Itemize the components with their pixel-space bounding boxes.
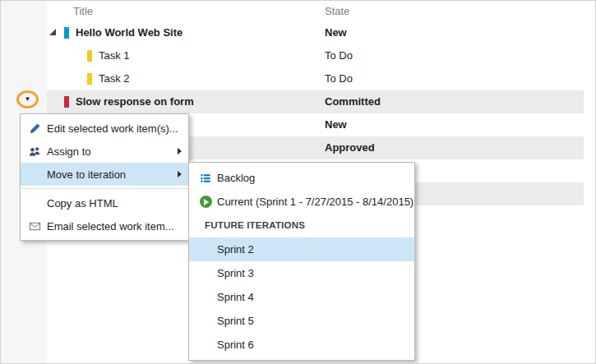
- workitem-type-color-bar: [64, 27, 69, 39]
- menu-item-assign-to[interactable]: Assign to: [21, 140, 188, 163]
- submenu-item-backlog[interactable]: Backlog: [189, 166, 414, 190]
- menu-item-label: Edit selected work item(s)...: [47, 122, 178, 135]
- flyout-arrow-icon: [178, 148, 182, 154]
- backlog-screen: Title State Hello World Web Site New Tas…: [0, 0, 596, 364]
- menu-item-email[interactable]: Email selected work item...: [21, 214, 188, 237]
- iteration-submenu: Backlog Current (Sprint 1 - 7/27/2015 - …: [188, 162, 415, 361]
- menu-item-move-to-iteration[interactable]: Move to iteration: [21, 163, 188, 186]
- submenu-item-label: Backlog: [217, 172, 255, 184]
- workitem-state: Approved: [325, 136, 375, 159]
- workitem-title: Hello World Web Site: [76, 21, 182, 44]
- table-row[interactable]: Task 1 To Do: [47, 44, 584, 67]
- workitem-state: New: [325, 113, 347, 136]
- caret-down-icon: ▼: [25, 96, 31, 103]
- workitem-type-color-bar: [87, 50, 92, 62]
- menu-item-copy-as-html[interactable]: Copy as HTML: [21, 191, 188, 214]
- submenu-item-label: Sprint 5: [217, 315, 254, 327]
- submenu-item-label: Current (Sprint 1 - 7/27/2015 - 8/14/201…: [217, 196, 414, 208]
- menu-item-label: Copy as HTML: [47, 197, 118, 210]
- column-header-state[interactable]: State: [325, 1, 349, 21]
- email-icon: [27, 220, 42, 233]
- table-row[interactable]: Hello World Web Site New: [47, 21, 584, 44]
- submenu-item-sprint-3[interactable]: Sprint 3: [189, 261, 414, 285]
- table-row[interactable]: Task 2 To Do: [47, 67, 584, 90]
- menu-item-edit[interactable]: Edit selected work item(s)...: [21, 117, 188, 140]
- workitem-title: Task 1: [99, 44, 130, 67]
- callout-ellipse: ▼: [16, 90, 39, 108]
- submenu-item-label: Sprint 6: [217, 339, 254, 351]
- submenu-item-sprint-2[interactable]: Sprint 2: [189, 237, 414, 261]
- submenu-item-label: Sprint 4: [217, 291, 254, 303]
- menu-item-label: Email selected work item...: [47, 220, 174, 233]
- workitem-type-color-bar: [87, 73, 92, 85]
- submenu-item-sprint-5[interactable]: Sprint 5: [189, 309, 414, 333]
- submenu-item-label: Sprint 2: [217, 243, 254, 256]
- context-menu: Edit selected work item(s)... Assign to …: [20, 113, 189, 241]
- tree-expander-icon[interactable]: [49, 29, 56, 35]
- workitem-state: New: [325, 21, 347, 44]
- submenu-item-sprint-6[interactable]: Sprint 6: [189, 333, 414, 357]
- current-sprint-icon: [199, 196, 212, 208]
- backlog-icon: [199, 173, 212, 184]
- workitem-title: Task 2: [99, 67, 130, 90]
- workitem-state: To Do: [325, 67, 353, 90]
- workitem-type-color-bar: [64, 96, 69, 108]
- menu-item-label: Move to iteration: [47, 168, 126, 181]
- column-header-title[interactable]: Title: [73, 1, 93, 21]
- pencil-icon: [27, 122, 42, 135]
- workitem-title: Slow response on form: [76, 90, 194, 113]
- submenu-item-label: Sprint 3: [217, 267, 254, 279]
- submenu-item-current-sprint[interactable]: Current (Sprint 1 - 7/27/2015 - 8/14/201…: [189, 190, 414, 214]
- menu-item-label: Assign to: [47, 145, 90, 158]
- future-iterations-header: FUTURE ITERATIONS: [189, 214, 414, 237]
- workitem-state: To Do: [325, 44, 353, 67]
- flyout-arrow-icon: [178, 171, 182, 177]
- submenu-item-sprint-4[interactable]: Sprint 4: [189, 285, 414, 309]
- menu-separator: [21, 188, 187, 189]
- row-context-menu-button[interactable]: ▼: [19, 93, 36, 106]
- people-icon: [27, 145, 42, 158]
- table-row-selected[interactable]: Slow response on form Committed: [47, 90, 584, 113]
- grid-column-headers: Title State: [47, 1, 584, 21]
- workitem-state: Committed: [325, 90, 381, 113]
